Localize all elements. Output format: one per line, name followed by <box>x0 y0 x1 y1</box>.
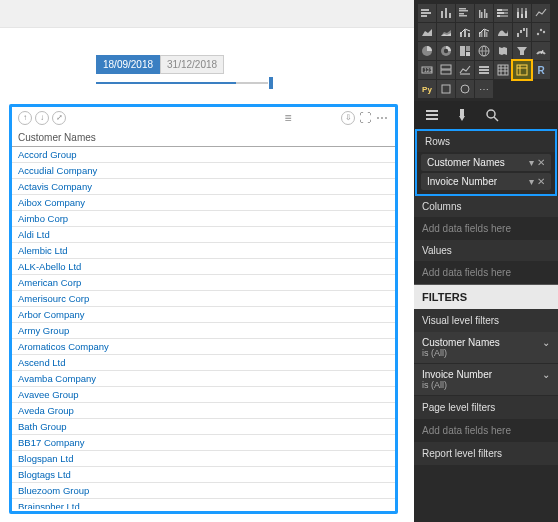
filter-invoice-number[interactable]: Invoice Number is (All) ⌄ <box>414 364 558 396</box>
table-row[interactable]: American Corp <box>12 275 395 291</box>
viz-line-column-icon[interactable] <box>456 23 474 41</box>
svg-rect-46 <box>460 46 465 56</box>
table-row[interactable]: Alembic Ltd <box>12 243 395 259</box>
table-row[interactable]: Amerisourc Corp <box>12 291 395 307</box>
viz-pie-icon[interactable] <box>418 42 436 60</box>
columns-well-placeholder[interactable]: Add data fields here <box>414 217 558 240</box>
viz-matrix-icon[interactable] <box>513 61 531 79</box>
table-row[interactable]: Brainspher Ltd <box>12 499 395 509</box>
viz-donut-icon[interactable] <box>437 42 455 60</box>
table-row[interactable]: Aimbo Corp <box>12 211 395 227</box>
viz-100stacked-bar-icon[interactable] <box>494 4 512 22</box>
viz-stacked-column-icon[interactable] <box>437 4 455 22</box>
field-label: Invoice Number <box>427 176 497 187</box>
table-row[interactable]: Blogtags Ltd <box>12 467 395 483</box>
viz-custom-1-icon[interactable] <box>437 80 455 98</box>
matrix-visual[interactable]: ↑ ↓ ⤢ ≡ ⇩ ⛶ ⋯ Customer Names Accord Grou… <box>9 104 398 514</box>
viz-python-icon[interactable]: Py <box>418 80 436 98</box>
rows-field-invoice-number[interactable]: Invoice Number ▾ ✕ <box>421 173 551 190</box>
focus-mode-icon[interactable]: ⛶ <box>358 111 372 125</box>
filter-name: Invoice Number <box>422 369 492 380</box>
more-options-icon[interactable]: ⋯ <box>375 111 389 125</box>
viz-type-palette: 123 R Py ⋯ <box>414 0 558 101</box>
table-row[interactable]: ALK-Abello Ltd <box>12 259 395 275</box>
viz-multirow-card-icon[interactable] <box>437 61 455 79</box>
values-well-placeholder[interactable]: Add data fields here <box>414 261 558 284</box>
table-row[interactable]: Bath Group <box>12 419 395 435</box>
table-row[interactable]: Aibox Company <box>12 195 395 211</box>
svg-rect-0 <box>421 9 429 11</box>
table-row[interactable]: Ascend Ltd <box>12 355 395 371</box>
viz-stacked-area-icon[interactable] <box>437 23 455 41</box>
svg-line-78 <box>494 117 498 121</box>
analytics-tab-icon[interactable] <box>484 107 500 123</box>
viz-table-icon[interactable] <box>494 61 512 79</box>
drill-down-icon[interactable]: ↓ <box>35 111 49 125</box>
expand-icon[interactable]: ⤢ <box>52 111 66 125</box>
table-row[interactable]: Accord Group <box>12 147 395 163</box>
viz-custom-2-icon[interactable] <box>456 80 474 98</box>
field-remove-icon[interactable]: ✕ <box>537 176 545 187</box>
table-row[interactable]: Avamba Company <box>12 371 395 387</box>
viz-area-icon[interactable] <box>418 23 436 41</box>
viz-stacked-bar-icon[interactable] <box>418 4 436 22</box>
viz-card-icon[interactable]: 123 <box>418 61 436 79</box>
viz-100stacked-column-icon[interactable] <box>513 4 531 22</box>
svg-point-41 <box>540 29 542 31</box>
viz-clustered-bar-icon[interactable] <box>456 4 474 22</box>
viz-funnel-icon[interactable] <box>513 42 531 60</box>
page-filters-placeholder[interactable]: Add data fields here <box>414 419 558 442</box>
slicer-end-date[interactable]: 31/12/2018 <box>160 55 224 74</box>
svg-rect-70 <box>442 85 450 93</box>
svg-rect-11 <box>481 12 483 18</box>
filter-customer-names[interactable]: Customer Names is (All) ⌄ <box>414 332 558 364</box>
table-row[interactable]: Army Group <box>12 323 395 339</box>
table-row[interactable]: Arbor Company <box>12 307 395 323</box>
svg-rect-4 <box>445 8 447 18</box>
drill-up-icon[interactable]: ↑ <box>18 111 32 125</box>
page-level-filters-label: Page level filters <box>414 396 558 419</box>
table-row[interactable]: Avavee Group <box>12 387 395 403</box>
date-slicer[interactable]: 18/09/2018 31/12/2018 <box>96 55 276 84</box>
viz-treemap-icon[interactable] <box>456 42 474 60</box>
table-row[interactable]: BB17 Company <box>12 435 395 451</box>
field-dropdown-icon[interactable]: ▾ <box>529 176 534 187</box>
viz-filled-map-icon[interactable] <box>494 42 512 60</box>
viz-custom-3-icon[interactable]: ⋯ <box>475 80 493 98</box>
viz-line-cluster-icon[interactable] <box>475 23 493 41</box>
svg-rect-38 <box>523 28 525 31</box>
viz-waterfall-icon[interactable] <box>513 23 531 41</box>
svg-rect-7 <box>459 10 468 12</box>
table-row[interactable]: Aromaticos Company <box>12 339 395 355</box>
table-row[interactable]: Aldi Ltd <box>12 227 395 243</box>
matrix-column-header[interactable]: Customer Names <box>12 129 395 147</box>
viz-scatter-icon[interactable] <box>532 23 550 41</box>
svg-rect-48 <box>466 52 470 56</box>
viz-line-icon[interactable] <box>532 4 550 22</box>
slicer-start-date[interactable]: 18/09/2018 <box>96 55 160 74</box>
fields-tab-icon[interactable] <box>424 107 440 123</box>
slicer-track[interactable] <box>96 82 268 84</box>
viz-kpi-icon[interactable] <box>456 61 474 79</box>
slicer-thumb[interactable] <box>269 77 273 89</box>
table-row[interactable]: Aveda Group <box>12 403 395 419</box>
svg-rect-12 <box>484 9 486 18</box>
field-remove-icon[interactable]: ✕ <box>537 157 545 168</box>
viz-ribbon-icon[interactable] <box>494 23 512 41</box>
chevron-down-icon[interactable]: ⌄ <box>542 337 550 348</box>
rows-field-customer-names[interactable]: Customer Names ▾ ✕ <box>421 154 551 171</box>
table-row[interactable]: Blogspan Ltd <box>12 451 395 467</box>
table-row[interactable]: Accudial Company <box>12 163 395 179</box>
viz-slicer-icon[interactable] <box>475 61 493 79</box>
chevron-down-icon[interactable]: ⌄ <box>542 369 550 380</box>
svg-rect-9 <box>459 15 467 17</box>
table-row[interactable]: Actavis Company <box>12 179 395 195</box>
field-dropdown-icon[interactable]: ▾ <box>529 157 534 168</box>
viz-r-icon[interactable]: R <box>532 61 550 79</box>
viz-gauge-icon[interactable] <box>532 42 550 60</box>
format-tab-icon[interactable] <box>454 107 470 123</box>
viz-clustered-column-icon[interactable] <box>475 4 493 22</box>
filter-applied-icon[interactable]: ⇩ <box>341 111 355 125</box>
table-row[interactable]: Bluezoom Group <box>12 483 395 499</box>
viz-map-icon[interactable] <box>475 42 493 60</box>
